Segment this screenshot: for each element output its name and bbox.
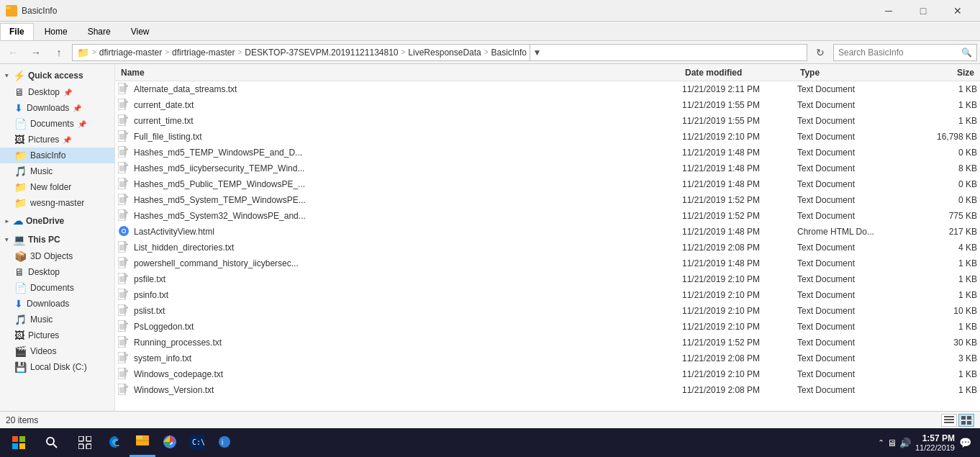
taskbar-edge-button[interactable] (102, 428, 128, 457)
sidebar-item-pictures-pc[interactable]: 🖼 Pictures (0, 327, 114, 343)
table-row[interactable]: pslist.txt 11/21/2019 2:10 PM Text Docum… (115, 303, 980, 319)
table-row[interactable]: Hashes_md5_TEMP_WindowsPE_and_D... 11/21… (115, 145, 980, 160)
sidebar-item-documents-quick[interactable]: 📄 Documents 📌 (0, 116, 114, 132)
table-row[interactable]: Windows_Version.txt 11/21/2019 2:08 PM T… (115, 382, 980, 398)
cell-type: Text Document (797, 116, 912, 126)
table-row[interactable]: List_hidden_directories.txt 11/21/2019 2… (115, 240, 980, 255)
cell-date: 11/21/2019 1:48 PM (682, 163, 797, 173)
table-row[interactable]: system_info.txt 11/21/2019 2:08 PM Text … (115, 350, 980, 366)
quick-access-header[interactable]: ► ⚡ Quick access (0, 67, 114, 84)
col-header-name[interactable]: Name (118, 68, 682, 78)
table-row[interactable]: powershell_command_history_iicybersec...… (115, 255, 980, 271)
svg-marker-90 (124, 320, 128, 324)
table-row[interactable]: current_date.txt 11/21/2019 1:55 PM Text… (115, 97, 980, 113)
tab-file[interactable]: File (0, 23, 34, 40)
table-row[interactable]: Hashes_md5_System_TEMP_WindowsPE... 11/2… (115, 192, 980, 208)
this-pc-header[interactable]: ► 💻 This PC (0, 231, 114, 248)
table-row[interactable]: psfile.txt 11/21/2019 2:10 PM Text Docum… (115, 271, 980, 287)
desktop-pin-icon: 📌 (63, 89, 72, 96)
refresh-button[interactable]: ↻ (810, 44, 830, 61)
forward-button[interactable]: → (26, 44, 46, 61)
col-header-size[interactable]: Size (912, 68, 977, 78)
address-path[interactable]: 📁 > dfirtriage-master > dfirtriage-maste… (72, 44, 807, 61)
search-input[interactable] (838, 47, 961, 58)
svg-marker-15 (124, 114, 128, 118)
close-button[interactable]: ✕ (941, 0, 974, 22)
table-row[interactable]: PsLoggedon.txt 11/21/2019 2:10 PM Text D… (115, 319, 980, 335)
onedrive-header[interactable]: ► ☁ OneDrive (0, 212, 114, 230)
table-row[interactable]: Hashes_md5_System32_WindowsPE_and... 11/… (115, 208, 980, 224)
table-row[interactable]: psinfo.txt 11/21/2019 2:10 PM Text Docum… (115, 287, 980, 303)
taskbar-terminal-button[interactable]: C:\ (184, 428, 210, 457)
crumb-5[interactable]: BasicInfo (491, 47, 527, 58)
cell-size: 1 KB (912, 100, 977, 110)
maximize-button[interactable]: □ (907, 0, 940, 22)
taskbar-network-icon[interactable]: 🖥 (887, 438, 897, 448)
crumb-1[interactable]: dfirtriage-master (99, 47, 162, 58)
table-row[interactable]: Full_file_listing.txt 11/21/2019 2:10 PM… (115, 129, 980, 145)
file-list[interactable]: Alternate_data_streams.txt 11/21/2019 2:… (115, 81, 980, 411)
table-row[interactable]: Windows_codepage.txt 11/21/2019 2:10 PM … (115, 366, 980, 382)
crumb-3[interactable]: DESKTOP-37SEVPM.20191121134810 (245, 47, 398, 58)
txt-icon (118, 273, 131, 286)
tab-view[interactable]: View (122, 23, 159, 40)
table-row[interactable]: Running_processes.txt 11/21/2019 1:52 PM… (115, 335, 980, 350)
sidebar-item-music[interactable]: 🎵 Music (0, 163, 114, 179)
quick-access-section: ► ⚡ Quick access 🖥 Desktop 📌 ⬇ Downloads… (0, 67, 114, 211)
back-button[interactable]: ← (3, 44, 23, 61)
sidebar-item-pictures-quick[interactable]: 🖼 Pictures 📌 (0, 132, 114, 148)
sidebar-item-local-disk[interactable]: 💾 Local Disk (C:) (0, 359, 114, 375)
sidebar-item-documents-pc[interactable]: 📄 Documents (0, 280, 114, 296)
cell-name: Hashes_md5_Public_TEMP_WindowsPE_... (118, 178, 682, 191)
sidebar-item-music-pc[interactable]: 🎵 Music (0, 312, 114, 327)
search-taskbar-button[interactable] (36, 428, 68, 457)
col-header-type[interactable]: Type (797, 68, 912, 78)
sidebar-item-desktop[interactable]: 🖥 Desktop 📌 (0, 84, 114, 100)
view-toggle-list[interactable] (958, 414, 974, 427)
taskbar-volume-icon[interactable]: 🔊 (899, 438, 911, 448)
start-button[interactable] (3, 428, 35, 457)
taskbar-explorer-button[interactable] (130, 428, 155, 457)
search-icon: 🔍 (961, 47, 972, 58)
tab-home[interactable]: Home (35, 23, 77, 40)
up-button[interactable]: ↑ (49, 44, 69, 61)
sidebar-item-downloads-pc[interactable]: ⬇ Downloads (0, 296, 114, 312)
sidebar-item-new-folder[interactable]: 📁 New folder (0, 179, 114, 195)
sidebar-item-basicinfo[interactable]: 📁 BasicInfo (0, 148, 114, 163)
taskbar-chevron-icon[interactable]: ⌃ (878, 438, 884, 448)
crumb-2[interactable]: dfirtriage-master (172, 47, 235, 58)
sidebar-desktop-label: Desktop (28, 87, 60, 97)
table-row[interactable]: Alternate_data_streams.txt 11/21/2019 2:… (115, 81, 980, 97)
notification-icon[interactable]: 💬 (959, 437, 971, 448)
cell-size: 0 KB (912, 148, 977, 158)
sidebar-videos-label: Videos (30, 346, 56, 356)
sidebar-music2-label: Music (30, 315, 53, 325)
taskbar-chrome-button[interactable] (157, 428, 183, 457)
sidebar-item-downloads-quick[interactable]: ⬇ Downloads 📌 (0, 100, 114, 116)
taskbar-misc-button[interactable]: i (212, 428, 237, 457)
taskbar-clock[interactable]: 1:57 PM 11/22/2019 (915, 433, 955, 452)
table-row[interactable]: LastActivityView.html 11/21/2019 1:48 PM… (115, 224, 980, 240)
file-name: psinfo.txt (134, 290, 168, 300)
txt-icon (118, 146, 131, 160)
col-header-date[interactable]: Date modified (682, 68, 797, 78)
minimize-button[interactable]: ─ (872, 0, 905, 22)
svg-rect-129 (19, 443, 25, 449)
sidebar: ► ⚡ Quick access 🖥 Desktop 📌 ⬇ Downloads… (0, 64, 115, 411)
table-row[interactable]: Hashes_md5_iicybersecurity_TEMP_Wind... … (115, 160, 980, 176)
sidebar-item-wesng-master[interactable]: 📁 wesng-master (0, 195, 114, 211)
sidebar-item-desktop-pc[interactable]: 🖥 Desktop (0, 264, 114, 280)
tab-share[interactable]: Share (78, 23, 120, 40)
sidebar-item-3d-objects[interactable]: 📦 3D Objects (0, 248, 114, 264)
cell-type: Text Document (797, 290, 912, 300)
sidebar-item-videos[interactable]: 🎬 Videos (0, 343, 114, 359)
table-row[interactable]: current_time.txt 11/21/2019 1:55 PM Text… (115, 113, 980, 129)
cell-size: 0 KB (912, 195, 977, 205)
view-toggle-details[interactable] (941, 414, 957, 427)
svg-rect-126 (12, 436, 18, 442)
table-row[interactable]: Hashes_md5_Public_TEMP_WindowsPE_... 11/… (115, 176, 980, 192)
crumb-4[interactable]: LiveResponseData (408, 47, 481, 58)
search-box[interactable]: 🔍 (833, 44, 977, 61)
task-view-button[interactable] (69, 428, 101, 457)
address-dropdown[interactable]: ▼ (530, 44, 544, 61)
